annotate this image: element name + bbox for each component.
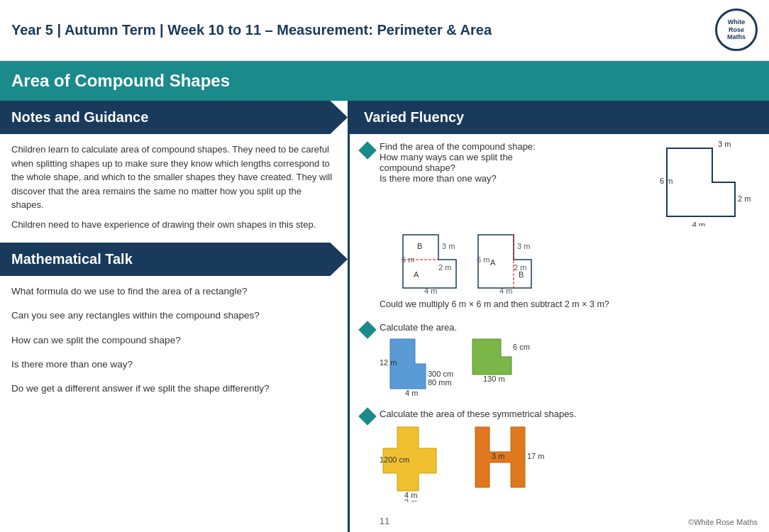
- math-talk-heading: Mathematical Talk: [11, 251, 336, 267]
- item3-text: Calculate the area of these symmetrical …: [380, 409, 758, 419]
- svg-text:7 cm: 7 cm: [480, 336, 497, 337]
- svg-text:A: A: [414, 270, 419, 279]
- notes-body1: Children learn to calculate area of comp…: [11, 143, 336, 212]
- svg-text:B: B: [417, 242, 422, 250]
- item2-container: Calculate the area. 13 m 12 m 4 m 300 cm…: [380, 322, 758, 401]
- svg-text:4 m: 4 m: [486, 423, 499, 425]
- svg-text:1200 cm: 1200 cm: [380, 455, 409, 464]
- math-q1: What formula do we use to find the area …: [11, 284, 336, 299]
- svg-text:12 m: 12 m: [380, 358, 397, 367]
- math-q4: Is there more than one way?: [11, 358, 336, 372]
- svg-text:4 m: 4 m: [499, 287, 512, 295]
- blue-l-shape: 13 m 12 m 4 m 300 cm 80 mm: [380, 336, 458, 401]
- svg-text:6 m: 6 m: [477, 255, 489, 264]
- notes-heading: Notes and Guidance: [11, 109, 336, 126]
- item2-shapes: 13 m 12 m 4 m 300 cm 80 mm 7 cm: [380, 336, 758, 401]
- page-number: 11: [380, 516, 389, 526]
- item1-formula: Could we multiply 6 m × 6 m and then sub…: [380, 299, 758, 309]
- svg-text:700 cm: 700 cm: [399, 423, 425, 425]
- notes-content: Children learn to calculate area of comp…: [0, 134, 348, 240]
- svg-text:6 cm: 6 cm: [513, 343, 530, 351]
- page-header: Year 5 | Autumn Term | Week 10 to 11 – M…: [0, 0, 769, 61]
- item1-text-block: Find the area of the compound shape: How…: [380, 141, 536, 184]
- svg-text:3 m: 3 m: [492, 452, 504, 460]
- svg-text:13 m: 13 m: [399, 336, 416, 337]
- item1-text1: Find the area of the compound shape:: [380, 141, 536, 152]
- orange-sym-svg: 4 m 17 m 3 m: [472, 423, 550, 501]
- svg-text:80 mm: 80 mm: [428, 378, 452, 387]
- item3-container: Calculate the area of these symmetrical …: [380, 409, 758, 504]
- diamond-icon-3: [358, 407, 376, 425]
- green-l-svg: 7 cm 6 cm 130 m: [469, 336, 547, 399]
- fluency-item-1: Find the area of the compound shape: How…: [361, 141, 758, 315]
- topic-title: Area of Compound Shapes: [11, 71, 758, 91]
- diamond-icon-2: [358, 321, 376, 338]
- svg-text:2 m: 2 m: [738, 194, 751, 203]
- notes-header: Notes and Guidance: [0, 101, 348, 134]
- math-talk-header: Mathematical Talk: [0, 243, 348, 276]
- svg-text:3 m: 3 m: [718, 141, 731, 148]
- math-q2: Can you see any rectangles within the co…: [11, 309, 336, 323]
- fluency-heading: Varied Fluency: [364, 109, 755, 126]
- svg-text:6 m: 6 m: [402, 255, 414, 264]
- item1-text4: Is there more than one way?: [380, 173, 536, 184]
- small-diag-2: A B 4 m 3 m 2 m 6 m: [475, 231, 538, 297]
- svg-text:3 m: 3 m: [404, 498, 417, 501]
- svg-text:130 m: 130 m: [483, 375, 505, 383]
- green-l-shape: 7 cm 6 cm 130 m: [469, 336, 547, 401]
- svg-text:A: A: [490, 258, 496, 267]
- svg-text:6 m: 6 m: [660, 177, 673, 185]
- small-shape-svg-1: A B 4 m 3 m 2 m 6 m: [399, 231, 463, 295]
- main-shape: 4 m 6 m 2 m 3 m: [660, 141, 752, 228]
- yellow-sym-shape: 700 cm 1200 cm 4 m 3 m: [380, 423, 458, 504]
- main-layout: Notes and Guidance Children learn to cal…: [0, 101, 769, 532]
- fluency-content: Find the area of the compound shape: How…: [350, 134, 769, 518]
- svg-text:2 m: 2 m: [438, 263, 451, 272]
- svg-text:300 cm: 300 cm: [428, 370, 453, 378]
- math-talk-content: What formula do we use to find the area …: [0, 276, 348, 414]
- small-shape-svg-2: A B 4 m 3 m 2 m 6 m: [475, 231, 538, 295]
- logo: White Rose Maths: [715, 9, 758, 51]
- fluency-item-2: Calculate the area. 13 m 12 m 4 m 300 cm…: [361, 322, 758, 401]
- math-q3: How can we split the compound shape?: [11, 333, 336, 348]
- item2-text: Calculate the area.: [380, 322, 758, 333]
- svg-marker-27: [472, 339, 511, 375]
- svg-text:2 m: 2 m: [514, 263, 526, 272]
- item1-text2: How many ways can we split the: [380, 152, 536, 162]
- right-column: Varied Fluency Find the area of the comp…: [348, 101, 769, 532]
- svg-marker-0: [667, 148, 735, 216]
- item1-text3: compound shape?: [380, 162, 536, 173]
- diamond-icon-1: [358, 141, 376, 159]
- item1-layout: Find the area of the compound shape: How…: [380, 141, 758, 228]
- notes-body2: Children need to have experience of draw…: [11, 218, 336, 232]
- small-diag-1: A B 4 m 3 m 2 m 6 m: [399, 231, 463, 297]
- svg-text:17 m: 17 m: [527, 452, 544, 460]
- svg-text:4 m: 4 m: [405, 389, 418, 397]
- copyright-text: ©White Rose Maths: [688, 518, 758, 526]
- math-q5: Do we get a different answer if we split…: [11, 382, 336, 396]
- compound-shape-svg: 4 m 6 m 2 m 3 m: [660, 141, 752, 226]
- topic-banner: Area of Compound Shapes: [0, 61, 769, 101]
- orange-sym-shape: 4 m 17 m 3 m: [472, 423, 550, 504]
- yellow-sym-svg: 700 cm 1200 cm 4 m 3 m: [380, 423, 458, 501]
- page-title: Year 5 | Autumn Term | Week 10 to 11 – M…: [11, 22, 492, 38]
- small-diagrams: A B 4 m 3 m 2 m 6 m: [399, 231, 758, 297]
- left-column: Notes and Guidance Children learn to cal…: [0, 101, 348, 532]
- svg-text:4 m: 4 m: [692, 221, 705, 226]
- svg-text:3 m: 3 m: [442, 242, 455, 250]
- item3-shapes: 700 cm 1200 cm 4 m 3 m 4 m: [380, 423, 758, 504]
- svg-text:4 m: 4 m: [424, 287, 437, 295]
- fluency-header: Varied Fluency: [350, 101, 769, 134]
- fluency-item-3: Calculate the area of these symmetrical …: [361, 409, 758, 504]
- svg-text:3 m: 3 m: [517, 242, 530, 250]
- blue-l-svg: 13 m 12 m 4 m 300 cm 80 mm: [380, 336, 458, 399]
- item1-container: Find the area of the compound shape: How…: [380, 141, 758, 315]
